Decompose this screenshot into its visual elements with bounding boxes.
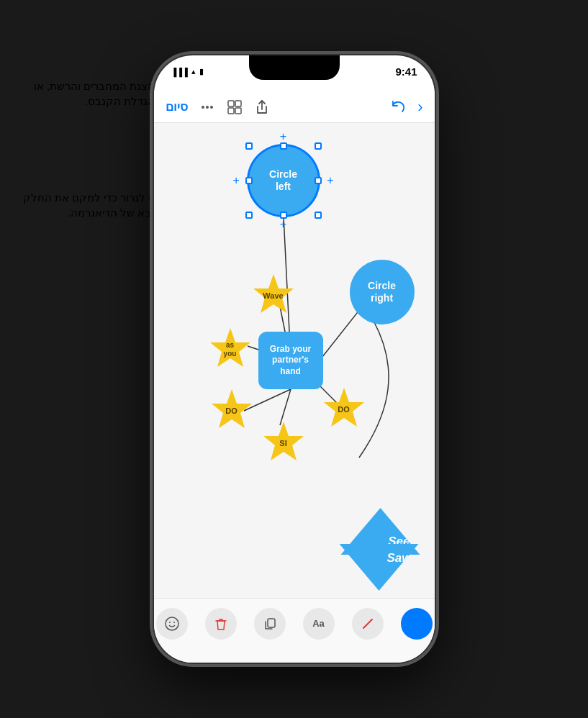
do-right-star[interactable]: DO [322,388,366,431]
more-button[interactable] [199,99,215,115]
handle-ml [245,177,253,184]
done-button[interactable]: סיום [166,99,188,114]
circle-right-shape[interactable]: Circle right [350,260,415,324]
delete-button[interactable] [205,608,237,640]
svg-point-21 [173,622,175,623]
canvas-area: + + + + Circle left Circle right Wave [154,123,435,598]
color-button[interactable] [401,608,433,640]
do-left-label: DO [225,406,238,415]
svg-rect-4 [235,101,241,106]
center-node-shape[interactable]: Grab your partner's hand [258,332,323,389]
as-you-label: as you [224,341,237,358]
battery-icon: ▮ [199,67,204,76]
circle-left-shape[interactable]: + + + + Circle left [248,145,320,217]
center-node-label: Grab your partner's hand [270,344,311,378]
top-toolbar: סיום [154,91,435,123]
svg-point-19 [166,617,178,630]
handle-tr [315,142,322,150]
delete-icon [213,616,229,632]
saw-triangle-shape[interactable]: Saw [340,544,419,591]
phone-notch [249,55,340,80]
arrow-bottom[interactable]: + [280,218,286,231]
arrow-left[interactable]: + [233,174,240,187]
svg-point-20 [169,622,171,623]
saw-label: Saw [386,551,411,565]
si-label: SI [279,439,286,447]
wave-star[interactable]: Wave [252,274,295,317]
next-button[interactable]: › [417,98,422,117]
svg-line-12 [280,389,291,425]
do-left-star[interactable]: DO [210,389,253,432]
undo-icon [390,99,406,115]
arrow-top[interactable]: + [280,130,286,143]
copy-icon [262,616,278,632]
emoji-button[interactable] [156,608,188,640]
share-icon [254,99,270,115]
svg-rect-5 [228,108,234,114]
annotation-bottom: יש לגרור כדי למקם את החלק הבא של הדיאגרמ… [14,191,158,221]
arrow-right[interactable]: + [327,174,333,187]
outer-wrapper: הצגת המחברים והרשת, או הגדלת הקנבס. יש ל… [0,0,588,718]
line-icon [360,616,376,632]
handle-br [315,212,322,219]
svg-point-0 [202,106,204,109]
toolbar-left: סיום [166,99,270,115]
wifi-icon: ▴ [191,67,196,76]
phone-frame: ▐▐▐ ▴ ▮ 9:41 סיום [154,55,435,663]
svg-rect-3 [228,101,234,106]
handle-bl [245,212,253,219]
svg-rect-22 [268,619,275,627]
text-button[interactable]: Aa [303,608,335,640]
wave-label: Wave [263,291,283,300]
circle-right-label: Circle right [368,280,396,304]
signal-icon: ▐▐▐ [171,68,188,76]
status-time: 9:41 [395,65,417,78]
svg-point-1 [206,106,209,109]
copy-button[interactable] [254,608,286,640]
do-right-label: DO [338,405,350,414]
circle-left-label: Circle left [269,168,297,193]
diagram-container: + + + + Circle left Circle right Wave [154,123,435,598]
handle-mr [315,177,322,184]
toolbar-right: › [390,98,422,117]
grid-icon [227,99,243,115]
svg-point-2 [210,106,213,109]
handle-tl [245,142,253,150]
bottom-toolbar: Aa [154,598,435,663]
annotation-top: הצגת המחברים והרשת, או הגדלת הקנבס. [22,79,155,109]
svg-rect-6 [235,108,241,114]
undo-button[interactable] [390,99,406,115]
grid-button[interactable] [227,99,243,115]
emoji-icon [164,616,180,632]
status-icons: ▐▐▐ ▴ ▮ [171,67,204,76]
svg-line-23 [363,619,372,628]
as-you-star[interactable]: as you [209,328,252,371]
text-button-label: Aa [312,618,325,629]
share-button[interactable] [254,99,270,115]
more-icon [199,99,215,115]
line-button[interactable] [352,608,384,640]
si-star[interactable]: SI [262,422,305,465]
handle-tc [280,142,287,150]
